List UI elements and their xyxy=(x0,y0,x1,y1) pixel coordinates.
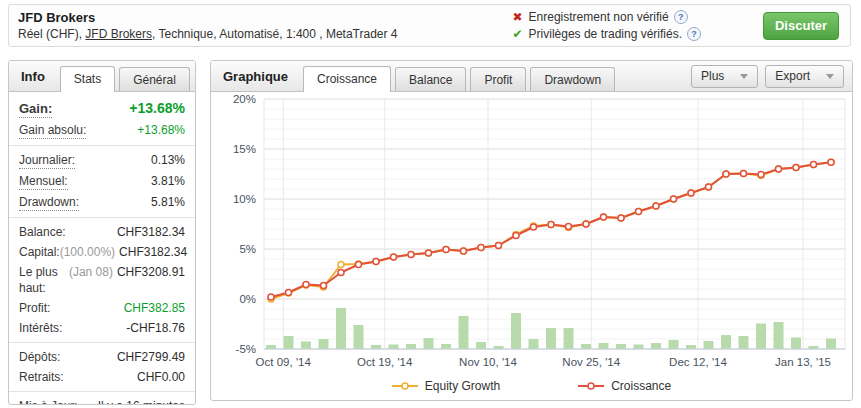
subtitle-text: Réel (CHF), xyxy=(18,27,85,41)
stat-value: 5.81% xyxy=(151,194,185,210)
chevron-down-icon xyxy=(740,74,748,79)
check-mark-icon: ✔ xyxy=(513,26,523,43)
svg-text:Jan 13, '15: Jan 13, '15 xyxy=(775,356,831,368)
tab-croissance[interactable]: Croissance xyxy=(303,66,391,92)
svg-text:20%: 20% xyxy=(233,93,256,105)
stat-row: Gain absolu:+13.68% xyxy=(9,120,195,141)
help-icon[interactable]: ? xyxy=(674,10,688,24)
stat-row: Retraits:CHF0.00 xyxy=(9,367,195,387)
info-panel: Info Stats Général Gain:+13.68%Gain abso… xyxy=(8,60,196,405)
stat-label: Intérêts: xyxy=(19,320,62,336)
chart-mount: 20%15%10%5%0%-5%Oct 09, '14Oct 19, '14No… xyxy=(211,93,852,375)
legend-label: Croissance xyxy=(611,379,671,393)
x-mark-icon: ✖ xyxy=(513,9,523,26)
export-dropdown[interactable]: Export xyxy=(765,65,844,88)
subtitle-text: , Technique, Automatisé, 1:400 , MetaTra… xyxy=(152,27,397,41)
legend-marker-icon xyxy=(578,381,604,391)
stat-value: +13.68% xyxy=(137,122,185,138)
stat-note: (100.00%) xyxy=(60,245,115,259)
stat-label: Balance: xyxy=(19,224,66,240)
growth-chart-canvas: 20%15%10%5%0%-5%Oct 09, '14Oct 19, '14No… xyxy=(211,93,852,371)
svg-text:0%: 0% xyxy=(239,293,256,305)
stat-row: Profit:CHF382.85 xyxy=(9,298,195,318)
divider xyxy=(9,342,195,343)
stat-value: CHF0.00 xyxy=(137,369,185,385)
stat-value: +13.68% xyxy=(129,100,185,116)
registration-status-text: Enregistrement non vérifié xyxy=(529,9,669,26)
stat-label: Capital: xyxy=(19,244,60,260)
svg-text:-5%: -5% xyxy=(236,343,256,355)
broker-link[interactable]: JFD Brokers xyxy=(85,27,152,41)
stats-list: Gain:+13.68%Gain absolu:+13.68%Journalie… xyxy=(9,92,195,405)
stat-label: Profit: xyxy=(19,300,50,316)
trading-privileges-text: Privilèges de trading vérifiés. xyxy=(529,26,682,43)
tab-general[interactable]: Général xyxy=(119,67,190,91)
account-header-right: ✖ Enregistrement non vérifié ? ✔ Privilè… xyxy=(513,9,841,43)
svg-text:10%: 10% xyxy=(233,193,256,205)
account-title: JFD Brokers xyxy=(18,9,398,26)
stat-value: Il y a 16 minutes xyxy=(98,398,185,405)
svg-text:Oct 19, '14: Oct 19, '14 xyxy=(357,356,413,368)
stat-value: 0.13% xyxy=(151,152,185,168)
chart-panel: Graphique Croissance Balance Profit Draw… xyxy=(210,60,853,401)
info-panel-title: Info xyxy=(9,69,60,91)
chart-actions: Plus Export xyxy=(691,65,844,88)
divider xyxy=(9,391,195,392)
stat-row: Dépôts:CHF2799.49 xyxy=(9,347,195,367)
stat-label[interactable]: Mensuel: xyxy=(19,173,68,190)
stat-row: Le plus haut:(Jan 08)CHF3208.91 xyxy=(9,262,195,298)
stat-value: 3.81% xyxy=(151,173,185,189)
stat-row: Mensuel:3.81% xyxy=(9,171,195,192)
stat-row: Journalier:0.13% xyxy=(9,150,195,171)
stat-row: Intérêts:-CHF18.76 xyxy=(9,318,195,338)
chevron-down-icon xyxy=(826,74,834,79)
stat-label[interactable]: Drawdown: xyxy=(19,194,79,211)
registration-status: ✖ Enregistrement non vérifié ? xyxy=(513,9,701,26)
tab-drawdown[interactable]: Drawdown xyxy=(530,67,615,91)
discuter-button[interactable]: Discuter xyxy=(763,12,839,40)
stat-label: Le plus haut: xyxy=(19,264,69,296)
stat-value: CHF382.85 xyxy=(124,300,185,316)
stat-value: CHF3182.34 xyxy=(117,224,185,240)
stat-value: -CHF18.76 xyxy=(126,320,185,336)
stat-row: Capital:(100.00%)CHF3182.34 xyxy=(9,242,195,262)
svg-text:Dec 12, '14: Dec 12, '14 xyxy=(669,356,727,368)
stat-value: (Jan 08)CHF3208.91 xyxy=(69,264,185,280)
legend-label: Equity Growth xyxy=(425,379,500,393)
stat-note: (Jan 08) xyxy=(69,265,113,279)
stat-label[interactable]: Journalier: xyxy=(19,152,75,169)
stat-label: Retraits: xyxy=(19,369,64,385)
svg-text:15%: 15% xyxy=(233,143,256,155)
tab-balance[interactable]: Balance xyxy=(395,67,466,91)
tab-profit[interactable]: Profit xyxy=(470,67,526,91)
account-header-left: JFD Brokers Réel (CHF), JFD Brokers, Tec… xyxy=(18,9,398,42)
chart-panel-head: Graphique Croissance Balance Profit Draw… xyxy=(211,61,852,92)
svg-text:Nov 10, '14: Nov 10, '14 xyxy=(459,356,517,368)
stat-value: CHF2799.49 xyxy=(117,349,185,365)
divider xyxy=(9,145,195,146)
legend-marker-icon xyxy=(392,381,418,391)
stat-value: (100.00%)CHF3182.34 xyxy=(60,244,187,260)
divider xyxy=(9,217,195,218)
verification-block: ✖ Enregistrement non vérifié ? ✔ Privilè… xyxy=(513,9,701,43)
stat-row: Balance:CHF3182.34 xyxy=(9,222,195,242)
stat-label: Mis à Jour: xyxy=(19,398,78,405)
svg-text:Nov 25, '14: Nov 25, '14 xyxy=(562,356,620,368)
stat-label[interactable]: Gain absolu: xyxy=(19,122,86,139)
chart-body: 20%15%10%5%0%-5%Oct 09, '14Oct 19, '14No… xyxy=(211,92,852,397)
stat-row: Mis à Jour:Il y a 16 minutes xyxy=(9,396,195,405)
account-header: JFD Brokers Réel (CHF), JFD Brokers, Tec… xyxy=(8,4,851,47)
info-panel-head: Info Stats Général xyxy=(9,61,195,92)
chart-panel-title: Graphique xyxy=(211,69,303,91)
legend-item-croissance[interactable]: Croissance xyxy=(578,379,671,393)
stat-row: Gain:+13.68% xyxy=(9,98,195,120)
tab-stats[interactable]: Stats xyxy=(60,66,115,92)
trading-privileges-status: ✔ Privilèges de trading vérifiés. ? xyxy=(513,26,701,43)
svg-text:Oct 09, '14: Oct 09, '14 xyxy=(256,356,312,368)
chart-legend: Equity GrowthCroissance xyxy=(211,375,852,397)
stat-label[interactable]: Gain: xyxy=(19,101,52,118)
plus-dropdown[interactable]: Plus xyxy=(691,65,758,88)
account-subtitle: Réel (CHF), JFD Brokers, Technique, Auto… xyxy=(18,26,398,42)
legend-item-equity-growth[interactable]: Equity Growth xyxy=(392,379,500,393)
help-icon[interactable]: ? xyxy=(687,27,701,41)
